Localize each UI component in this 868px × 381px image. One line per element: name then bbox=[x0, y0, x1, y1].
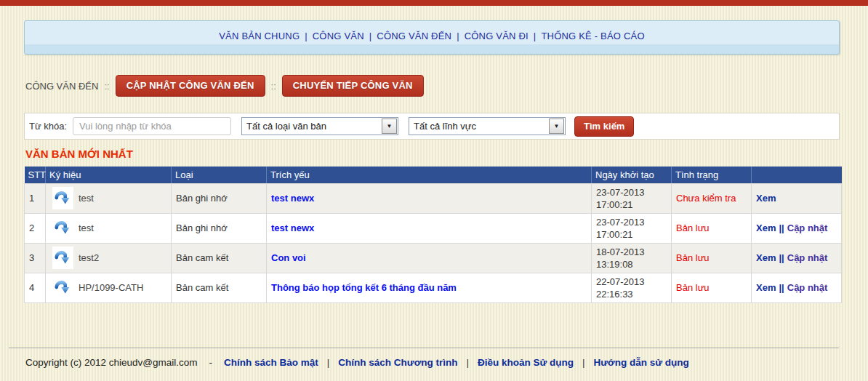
chevron-down-icon[interactable]: ▼ bbox=[382, 119, 397, 134]
update-incoming-document-button[interactable]: CẬP NHẬT CÔNG VĂN ĐẾN bbox=[116, 75, 265, 97]
table-row: 4 HP/1099-CATH Bản cam kết Thông báo họp… bbox=[25, 273, 842, 302]
documents-table: STT Ký hiệu Loại Trích yếu Ngày khởi tạo… bbox=[24, 167, 842, 303]
table-row: 3 test2 Bản cam kết Con voi 18-07-2013 1… bbox=[25, 243, 842, 273]
button-separator: :: bbox=[271, 81, 276, 92]
action-separator: || bbox=[779, 282, 784, 293]
document-type: Bản ghi nhớ bbox=[172, 213, 267, 243]
nav-separator: | bbox=[369, 31, 372, 41]
footer: Copyright (c) 2012 chieudv@gmail.com - C… bbox=[25, 357, 689, 368]
incoming-arrow-icon bbox=[52, 217, 73, 239]
nav-item-van-ban-chung[interactable]: VĂN BẢN CHUNG bbox=[219, 31, 300, 41]
breadcrumb-separator: :: bbox=[104, 81, 109, 92]
document-summary-link[interactable]: Con voi bbox=[271, 252, 306, 263]
footer-dash: - bbox=[209, 357, 213, 368]
action-separator: || bbox=[779, 222, 784, 233]
row-index: 2 bbox=[25, 213, 46, 243]
table-row: 2 test Bản ghi nhớ test newx 23-07-2013 … bbox=[25, 213, 842, 243]
document-symbol: test bbox=[79, 193, 94, 204]
toolbar: CÔNG VĂN ĐẾN :: CẬP NHẬT CÔNG VĂN ĐẾN ::… bbox=[25, 75, 424, 97]
status-badge: Bản lưu bbox=[676, 282, 710, 293]
action-separator: || bbox=[779, 252, 784, 263]
keyword-label: Từ khóa: bbox=[29, 121, 67, 132]
created-date: 22-07-2013 22:16:33 bbox=[592, 273, 672, 302]
header-ky-hieu: Ký hiệu bbox=[46, 167, 172, 183]
update-link[interactable]: Cập nhật bbox=[787, 282, 828, 293]
nav-separator: | bbox=[305, 31, 308, 41]
forward-document-button[interactable]: CHUYỂN TIẾP CÔNG VĂN bbox=[282, 75, 424, 97]
field-select[interactable]: Tất cả lĩnh vực ▼ bbox=[409, 117, 566, 135]
created-date: 23-07-2013 17:00:21 bbox=[592, 183, 672, 213]
document-summary-link[interactable]: test newx bbox=[271, 222, 314, 233]
table-header-row: STT Ký hiệu Loại Trích yếu Ngày khởi tạo… bbox=[25, 167, 842, 183]
search-button[interactable]: Tìm kiếm bbox=[574, 116, 634, 137]
document-type: Bản cam kết bbox=[172, 273, 267, 302]
document-symbol: test2 bbox=[79, 252, 99, 263]
update-link[interactable]: Cập nhật bbox=[787, 222, 828, 233]
document-summary-link[interactable]: test newx bbox=[271, 193, 314, 204]
view-link[interactable]: Xem bbox=[756, 222, 776, 233]
footer-separator: | bbox=[582, 357, 585, 368]
header-loai: Loại bbox=[172, 167, 267, 183]
view-link[interactable]: Xem bbox=[756, 193, 776, 204]
document-type: Bản ghi nhớ bbox=[172, 183, 267, 213]
breadcrumb: CÔNG VĂN ĐẾN bbox=[25, 81, 98, 92]
header-tinh-trang: Tình trạng bbox=[672, 167, 752, 183]
update-link[interactable]: Cập nhật bbox=[787, 252, 828, 263]
chevron-down-glyph: ▼ bbox=[387, 123, 393, 129]
header-ngay-khoi-tao: Ngày khởi tạo bbox=[592, 167, 672, 183]
document-summary-link[interactable]: Thông báo họp tổng kết 6 tháng đầu năm bbox=[271, 282, 457, 293]
keyword-input[interactable] bbox=[73, 117, 231, 135]
main-nav: VĂN BẢN CHUNG|CÔNG VĂN|CÔNG VĂN ĐẾN|CÔNG… bbox=[24, 20, 840, 55]
footer-divider bbox=[9, 348, 839, 348]
header-trich-yeu: Trích yếu bbox=[267, 167, 592, 183]
footer-link-program-policy[interactable]: Chính sách Chương trình bbox=[338, 357, 457, 368]
header-actions bbox=[752, 167, 842, 183]
field-select-value: Tất cả lĩnh vực bbox=[414, 121, 476, 132]
document-type-select[interactable]: Tất cả loại văn bản ▼ bbox=[241, 117, 398, 135]
row-index: 1 bbox=[25, 183, 46, 213]
document-symbol: test bbox=[79, 222, 94, 233]
status-badge: Chưa kiểm tra bbox=[676, 193, 736, 204]
chevron-down-glyph: ▼ bbox=[554, 123, 560, 129]
header-stt: STT bbox=[25, 167, 46, 183]
nav-item-cong-van-den[interactable]: CÔNG VĂN ĐẾN bbox=[377, 31, 451, 41]
nav-item-cong-van[interactable]: CÔNG VĂN bbox=[313, 31, 364, 41]
top-red-bar bbox=[0, 0, 868, 6]
document-type: Bản cam kết bbox=[172, 243, 267, 273]
document-type-select-value: Tất cả loại văn bản bbox=[246, 121, 326, 132]
incoming-arrow-icon bbox=[52, 246, 73, 269]
document-symbol: HP/1099-CATH bbox=[79, 282, 143, 293]
status-badge: Bản lưu bbox=[676, 252, 710, 263]
incoming-arrow-icon bbox=[52, 276, 73, 299]
row-index: 4 bbox=[25, 273, 46, 302]
nav-item-thong-ke-bao-cao[interactable]: THỐNG KÊ - BÁO CÁO bbox=[541, 31, 644, 41]
nav-separator: | bbox=[534, 31, 537, 41]
footer-separator: | bbox=[466, 357, 469, 368]
created-date: 23-07-2013 17:00:21 bbox=[592, 213, 672, 243]
footer-link-privacy-policy[interactable]: Chính sách Bảo mật bbox=[224, 357, 318, 368]
incoming-arrow-icon bbox=[52, 187, 73, 209]
chevron-down-icon[interactable]: ▼ bbox=[549, 119, 564, 134]
footer-separator: | bbox=[327, 357, 330, 368]
section-title: VĂN BẢN MỚI NHẤT bbox=[25, 148, 133, 160]
status-badge: Bản lưu bbox=[676, 222, 710, 233]
search-bar: Từ khóa: Tất cả loại văn bản ▼ Tất cả lĩ… bbox=[24, 113, 840, 140]
row-index: 3 bbox=[25, 243, 46, 273]
view-link[interactable]: Xem bbox=[756, 282, 776, 293]
nav-separator: | bbox=[457, 31, 459, 41]
footer-link-terms-of-use[interactable]: Điều khoản Sử dụng bbox=[478, 357, 574, 368]
view-link[interactable]: Xem bbox=[756, 252, 776, 263]
nav-item-cong-van-di[interactable]: CÔNG VĂN ĐI bbox=[465, 31, 529, 41]
copyright-text: Copyright (c) 2012 chieudv@gmail.com bbox=[25, 357, 198, 368]
table-row: 1 test Bản ghi nhớ test newx 23-07-2013 … bbox=[25, 183, 842, 213]
footer-link-user-guide[interactable]: Hướng dẫn sử dụng bbox=[594, 357, 689, 368]
created-date: 18-07-2013 13:19:08 bbox=[592, 243, 672, 273]
